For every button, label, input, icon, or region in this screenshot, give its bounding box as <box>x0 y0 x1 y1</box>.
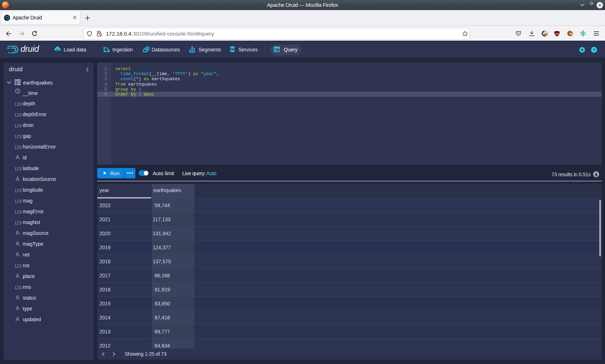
svg-text:uO: uO <box>555 32 559 35</box>
svg-text:?: ? <box>593 48 595 52</box>
